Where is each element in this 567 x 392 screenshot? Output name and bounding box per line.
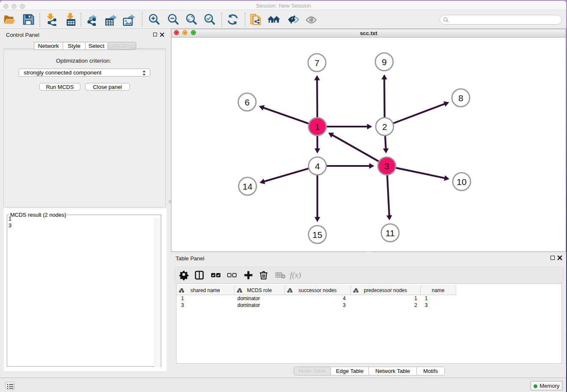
svg-text:1: 1 bbox=[315, 122, 320, 132]
svg-text:11: 11 bbox=[385, 228, 395, 238]
svg-text:14: 14 bbox=[242, 182, 253, 191]
svg-text:7: 7 bbox=[314, 58, 319, 68]
svg-text:2: 2 bbox=[382, 122, 387, 132]
svg-text:10: 10 bbox=[457, 177, 466, 187]
svg-text:6: 6 bbox=[245, 97, 250, 107]
svg-text:9: 9 bbox=[382, 57, 387, 67]
svg-text:3: 3 bbox=[384, 161, 389, 171]
svg-text:8: 8 bbox=[458, 93, 463, 103]
svg-text:15: 15 bbox=[312, 230, 322, 240]
svg-text:4: 4 bbox=[315, 161, 320, 171]
